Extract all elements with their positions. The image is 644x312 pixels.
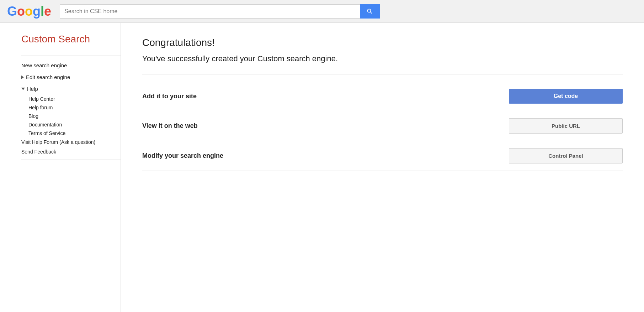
search-button[interactable] [360,4,380,19]
action-row-view-on-web: View it on the web Public URL [142,111,623,141]
logo-letter-g: G [7,4,17,19]
sidebar-item-help-forum[interactable]: Help forum [28,103,121,112]
sidebar-item-documentation[interactable]: Documentation [28,120,121,129]
logo-letter-l: l [41,4,44,19]
main-content: Congratulations! You've successfully cre… [121,23,644,312]
add-to-site-label: Add it to your site [142,93,197,100]
help-sub-menu: Help Center Help forum Blog Documentatio… [21,95,121,137]
logo-letter-e: e [44,4,51,19]
sidebar: Custom Search New search engine Edit sea… [0,23,121,312]
action-row-add-to-site: Add it to your site Get code [142,82,623,111]
search-bar [60,4,380,19]
action-row-modify-engine: Modify your search engine Control Panel [142,141,623,171]
sidebar-help-label: Help [27,86,38,92]
congratulations-subtitle: You've successfully created your Custom … [142,54,623,63]
sidebar-item-edit-search-engine[interactable]: Edit search engine [21,71,121,83]
sidebar-item-terms-of-service[interactable]: Terms of Service [28,129,121,137]
page-body: Custom Search New search engine Edit sea… [0,23,644,312]
chevron-right-icon [21,76,24,79]
sidebar-divider-top [21,56,121,56]
logo-letter-o2: o [25,4,33,19]
header: Google [0,0,644,23]
logo-letter-g2: g [33,4,41,19]
modify-engine-label: Modify your search engine [142,152,223,160]
sidebar-item-send-feedback[interactable]: Send Feedback [21,147,121,156]
google-logo: Google [7,4,51,19]
get-code-button[interactable]: Get code [509,89,623,104]
sidebar-item-visit-help-forum[interactable]: Visit Help Forum (Ask a question) [21,137,121,147]
chevron-down-icon [21,88,25,90]
search-input[interactable] [60,4,360,19]
public-url-button[interactable]: Public URL [509,118,623,134]
content-divider-1 [142,74,623,74]
congratulations-title: Congratulations! [142,37,623,48]
sidebar-item-help[interactable]: Help [21,83,121,95]
control-panel-button[interactable]: Control Panel [509,148,623,163]
page-title: Custom Search [21,33,121,45]
logo-letter-o1: o [17,4,25,19]
search-icon [366,8,373,15]
sidebar-item-help-center[interactable]: Help Center [28,95,121,103]
sidebar-edit-label: Edit search engine [26,74,70,80]
sidebar-item-new-search-engine[interactable]: New search engine [21,59,121,71]
sidebar-item-blog[interactable]: Blog [28,112,121,120]
sidebar-divider-bottom [21,160,121,160]
view-on-web-label: View it on the web [142,122,198,130]
